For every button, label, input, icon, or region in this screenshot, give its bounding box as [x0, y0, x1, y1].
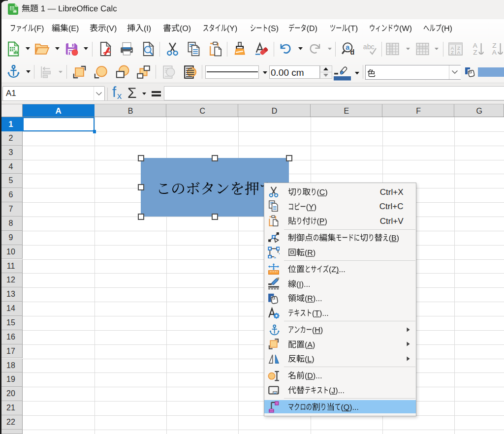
- svg-text:Z: Z: [451, 50, 454, 55]
- svg-text:a: a: [346, 43, 349, 51]
- svg-text:A: A: [457, 50, 460, 55]
- svg-text:A: A: [492, 49, 497, 56]
- svg-text:A: A: [472, 41, 477, 49]
- svg-text:Z: Z: [492, 41, 496, 49]
- svg-text:d: d: [350, 48, 354, 56]
- svg-text:Z: Z: [473, 49, 477, 56]
- svg-text:abc: abc: [363, 42, 375, 50]
